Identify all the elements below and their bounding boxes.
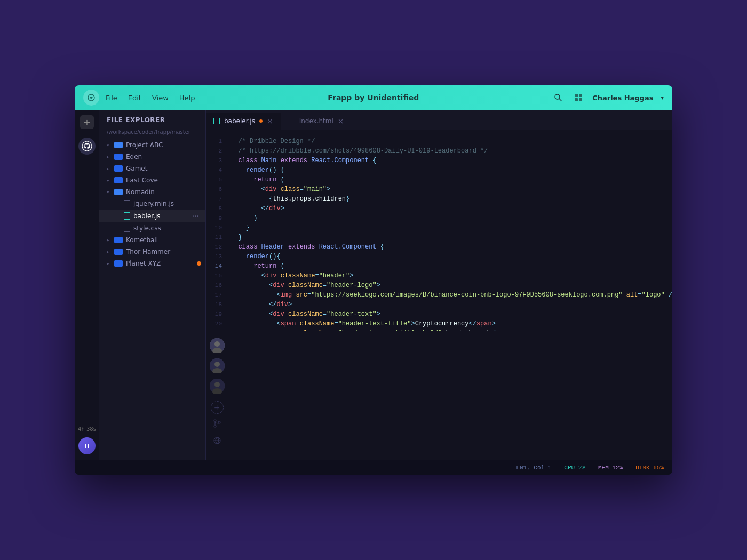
code-line: } bbox=[231, 223, 672, 233]
folder-label: Eden bbox=[126, 153, 201, 161]
chevron-down-icon: ▾ bbox=[107, 189, 114, 195]
code-line: class Header extends React.Component { bbox=[231, 242, 672, 252]
folder-icon bbox=[114, 249, 123, 255]
folder-eden[interactable]: ▸ Eden bbox=[99, 151, 205, 163]
chevron-right-icon: ▸ bbox=[107, 249, 114, 254]
tab-file-icon bbox=[289, 118, 295, 124]
more-options-icon[interactable]: ··· bbox=[190, 212, 201, 220]
folder-icon bbox=[114, 165, 123, 172]
line-num: 13 bbox=[206, 252, 228, 261]
line-num: 12 bbox=[206, 242, 228, 252]
code-line: {this.props.children} bbox=[231, 194, 672, 204]
line-num: 9 bbox=[206, 213, 228, 223]
app-logo[interactable] bbox=[83, 90, 99, 106]
folder-thor-hammer[interactable]: ▸ Thor Hammer bbox=[99, 246, 205, 258]
tab-label: babeler.js bbox=[224, 117, 255, 125]
github-icon[interactable] bbox=[78, 138, 96, 155]
add-project-button[interactable]: + bbox=[80, 115, 94, 129]
memory-usage: MEM 12% bbox=[598, 465, 623, 471]
chevron-down-icon: ▾ bbox=[107, 142, 114, 148]
svg-rect-8 bbox=[88, 444, 89, 448]
timer-display: 4h 38s bbox=[75, 426, 99, 432]
code-line: </div> bbox=[231, 204, 672, 213]
line-num: 20 bbox=[206, 319, 228, 329]
code-line: return ( bbox=[231, 175, 672, 185]
code-line: <div className="header"> bbox=[231, 271, 672, 281]
svg-point-19 bbox=[214, 425, 216, 427]
disk-usage: DISK 65% bbox=[635, 465, 664, 471]
avatar-2[interactable] bbox=[210, 358, 225, 373]
folder-gamet[interactable]: ▸ Gamet bbox=[99, 163, 205, 174]
folder-planet-xyz[interactable]: ▸ Planet XYZ bbox=[99, 258, 205, 269]
folder-icon bbox=[114, 189, 123, 195]
title-bar: File Edit View Help Frapp by Unidentifie… bbox=[75, 85, 672, 110]
avatar-3[interactable] bbox=[210, 379, 225, 394]
menu-view[interactable]: View bbox=[152, 94, 169, 102]
file-jquery[interactable]: jquery.min.js bbox=[99, 198, 205, 210]
file-explorer-header: File Explorer bbox=[99, 110, 205, 128]
user-name[interactable]: Charles Haggas bbox=[592, 94, 653, 102]
add-collaborator-button[interactable]: + bbox=[211, 401, 224, 414]
tab-index-html[interactable]: Index.html × bbox=[281, 113, 352, 130]
unsaved-dot bbox=[259, 119, 263, 123]
svg-point-16 bbox=[214, 382, 220, 387]
line-num: 10 bbox=[206, 223, 228, 233]
code-line: <span className="header-text-title">Cryp… bbox=[231, 319, 672, 329]
code-line: render(){ bbox=[231, 252, 672, 261]
tab-babler-js[interactable]: babeler.js × bbox=[206, 113, 281, 130]
svg-rect-4 bbox=[575, 98, 578, 101]
line-num: 11 bbox=[206, 233, 228, 242]
svg-point-13 bbox=[214, 362, 220, 367]
folder-project-abc[interactable]: ▾ Project ABC bbox=[99, 139, 205, 151]
chevron-right-icon: ▸ bbox=[107, 166, 114, 171]
file-label: jquery.min.js bbox=[133, 200, 201, 207]
line-num: 3 bbox=[206, 156, 228, 165]
globe-icon[interactable] bbox=[213, 436, 221, 447]
folder-icon bbox=[114, 237, 123, 243]
folder-label: Planet XYZ bbox=[126, 260, 195, 267]
folder-nomadin[interactable]: ▾ Nomadin bbox=[99, 186, 205, 198]
code-line: <div class="main"> bbox=[231, 185, 672, 194]
folder-label: Nomadin bbox=[126, 188, 201, 196]
close-tab-icon[interactable]: × bbox=[267, 117, 273, 125]
search-icon[interactable] bbox=[552, 91, 565, 104]
avatar-1[interactable] bbox=[210, 338, 225, 353]
file-icon bbox=[124, 225, 130, 232]
code-line: render() { bbox=[231, 165, 672, 175]
menu-help[interactable]: Help bbox=[179, 94, 195, 102]
code-line: ) bbox=[231, 213, 672, 223]
svg-point-18 bbox=[214, 420, 216, 422]
change-indicator bbox=[197, 261, 201, 266]
folder-east-cove[interactable]: ▸ East Cove bbox=[99, 174, 205, 186]
menu-edit[interactable]: Edit bbox=[128, 94, 141, 102]
title-bar-right: Charles Haggas ▾ bbox=[552, 91, 664, 104]
svg-rect-5 bbox=[579, 98, 582, 101]
code-line: <img src="https://seeklogo.com/images/B/… bbox=[231, 290, 672, 300]
app-title: Frapp by Unidentified bbox=[195, 93, 552, 102]
right-sidebar-bottom bbox=[213, 419, 221, 452]
code-line: </div> bbox=[231, 300, 672, 309]
code-editor[interactable]: 1 2 3 4 5 6 7 8 9 10 11 12 13 14 15 16 1 bbox=[206, 130, 672, 331]
folder-kometball[interactable]: ▸ Kometball bbox=[99, 234, 205, 246]
line-num: 14 bbox=[206, 261, 228, 271]
code-line: <div className="header-logo"> bbox=[231, 281, 672, 290]
close-tab-icon[interactable]: × bbox=[338, 117, 344, 125]
app-window: File Edit View Help Frapp by Unidentifie… bbox=[75, 85, 672, 475]
line-num: 5 bbox=[206, 175, 228, 185]
file-explorer-title: File Explorer bbox=[107, 116, 165, 124]
line-num: 16 bbox=[206, 281, 228, 290]
line-num: 19 bbox=[206, 309, 228, 319]
git-branch-icon[interactable] bbox=[213, 419, 221, 430]
svg-rect-7 bbox=[85, 444, 86, 448]
cursor-position: LN1, Col 1 bbox=[516, 465, 551, 471]
pause-button[interactable] bbox=[78, 437, 96, 454]
code-line: <span className="header-text-subtitle bo… bbox=[231, 329, 672, 331]
code-line: /* https://dribbble.com/shots/4998608-Da… bbox=[231, 146, 672, 156]
file-tree: ▾ Project ABC ▸ Eden ▸ Gamet bbox=[99, 139, 205, 460]
file-babler-js[interactable]: babler.js ··· bbox=[99, 210, 205, 222]
file-style-css[interactable]: style.css bbox=[99, 222, 205, 234]
grid-icon[interactable] bbox=[572, 91, 585, 104]
menu-file[interactable]: File bbox=[106, 94, 117, 102]
user-chevron-icon[interactable]: ▾ bbox=[661, 94, 664, 101]
svg-rect-3 bbox=[579, 94, 582, 97]
